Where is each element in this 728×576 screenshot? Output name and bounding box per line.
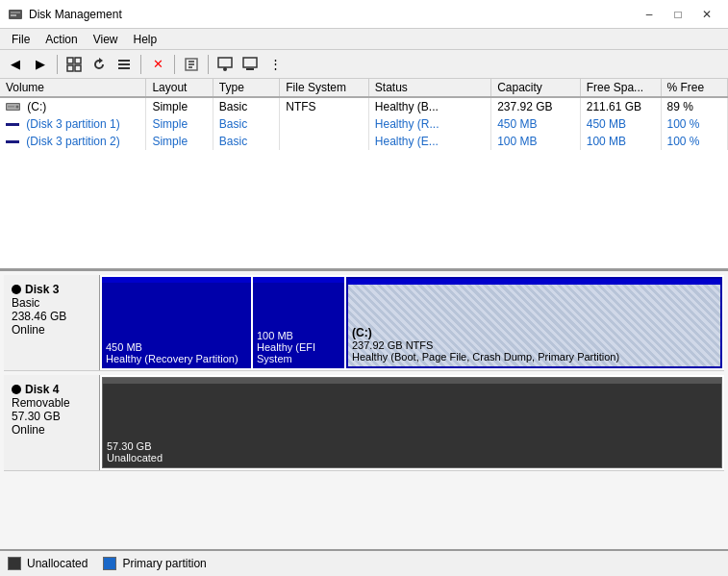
cell-type: Basic	[213, 115, 279, 133]
cell-volume: (Disk 3 partition 1)	[0, 115, 146, 133]
svg-rect-3	[67, 58, 73, 63]
menu-help[interactable]: Help	[126, 31, 165, 48]
col-header-freespace: Free Spa...	[580, 79, 661, 97]
cell-volume: (Disk 3 partition 2)	[0, 133, 146, 150]
toolbar-separator-1	[57, 55, 58, 74]
cell-volume: (C:)	[0, 97, 146, 115]
col-header-fs: File System	[280, 79, 369, 97]
cell-fs	[280, 115, 369, 133]
partition-size: 237.92 GB NTFS	[352, 339, 716, 351]
col-header-capacity: Capacity	[491, 79, 581, 97]
drive-icon	[6, 102, 21, 113]
back-button[interactable]: ◀	[4, 53, 27, 76]
disk-3-info: Disk 3 Basic 238.46 GB Online	[4, 275, 100, 370]
cell-freepct: 100 %	[661, 133, 727, 150]
delete-button[interactable]: ✕	[146, 53, 169, 76]
cell-freespace: 450 MB	[580, 115, 661, 133]
cell-capacity: 100 MB	[491, 133, 581, 150]
disk-3-size: 238.46 GB	[12, 310, 91, 323]
menu-file[interactable]: File	[4, 31, 38, 48]
window-controls: – □ ✕	[636, 5, 720, 24]
table-row[interactable]: (C:) Simple Basic NTFS Healthy (B... 237…	[0, 97, 728, 115]
svg-rect-6	[75, 65, 81, 71]
svg-rect-14	[218, 58, 232, 67]
title-bar: Disk Management – □ ✕	[0, 0, 728, 29]
cell-capacity: 450 MB	[491, 115, 581, 133]
disk-3-status: Online	[12, 323, 91, 337]
partition-top-bar	[103, 378, 721, 384]
cell-freespace: 100 MB	[580, 133, 661, 150]
cell-freepct: 89 %	[661, 97, 727, 115]
add-button[interactable]	[213, 53, 237, 76]
window-title: Disk Management	[29, 8, 122, 21]
drive-letter: (C:)	[352, 326, 716, 339]
svg-rect-8	[118, 63, 130, 65]
disk-icon	[12, 285, 21, 294]
disk-view-area[interactable]: Disk 3 Basic 238.46 GB Online 450 MB Hea…	[0, 271, 728, 549]
col-header-type: Type	[213, 79, 279, 97]
list-button[interactable]	[113, 53, 136, 76]
disk-3-name: Disk 3	[12, 283, 91, 296]
cell-capacity: 237.92 GB	[491, 97, 581, 115]
legend: Unallocated Primary partition	[0, 549, 728, 576]
table-row[interactable]: (Disk 3 partition 1) Simple Basic Health…	[0, 115, 728, 133]
partition-recovery[interactable]: 450 MB Healthy (Recovery Partition)	[102, 277, 251, 368]
svg-rect-21	[8, 106, 14, 108]
disk-4-partitions: 57.30 GB Unallocated	[100, 375, 724, 470]
maximize-button[interactable]: □	[665, 5, 691, 24]
toolbar-separator-2	[140, 55, 141, 74]
properties-icon	[184, 57, 199, 72]
table-area: Volume Layout Type File System Status Ca…	[0, 79, 728, 271]
partition-efi[interactable]: 100 MB Healthy (EFI System	[253, 277, 344, 368]
cell-layout: Simple	[146, 133, 213, 150]
legend-label-primary: Primary partition	[122, 557, 206, 570]
svg-point-15	[223, 67, 227, 71]
disk-3-partitions: 450 MB Healthy (Recovery Partition) 100 …	[100, 275, 724, 370]
partition-desc: Healthy (Boot, Page File, Crash Dump, Pr…	[352, 351, 716, 363]
partition-label: Unallocated	[107, 452, 717, 463]
cell-layout: Simple	[146, 97, 213, 115]
partition-desc: Healthy (Recovery Partition)	[106, 353, 247, 364]
legend-item-primary: Primary partition	[103, 557, 206, 570]
partition-size: 450 MB	[106, 341, 247, 353]
svg-rect-4	[75, 58, 81, 63]
remove-icon	[242, 57, 258, 72]
partition-main[interactable]: (C:) 237.92 GB NTFS Healthy (Boot, Page …	[346, 277, 722, 368]
disk-icon	[12, 385, 21, 394]
disk-4-status: Online	[12, 423, 91, 437]
remove-button[interactable]	[238, 53, 262, 76]
svg-rect-7	[118, 60, 130, 62]
minimize-button[interactable]: –	[636, 5, 663, 24]
toolbar-separator-4	[208, 55, 209, 74]
cell-fs	[280, 133, 369, 150]
forward-button[interactable]: ▶	[29, 53, 52, 76]
disk-3-type: Basic	[12, 296, 91, 310]
col-header-layout: Layout	[146, 79, 213, 97]
properties-button[interactable]	[180, 53, 203, 76]
bar-icon	[6, 123, 19, 126]
table-row[interactable]: (Disk 3 partition 2) Simple Basic Health…	[0, 133, 728, 150]
disk-4-size: 57.30 GB	[12, 410, 91, 423]
grid-button[interactable]	[63, 53, 86, 76]
cell-status: Healthy (B...	[368, 97, 490, 115]
grid-icon	[66, 57, 82, 72]
app-icon	[8, 7, 23, 22]
extra-button[interactable]: ⋮	[264, 53, 287, 76]
partition-top-bar	[348, 279, 720, 285]
toolbar: ◀ ▶ ✕	[0, 50, 728, 79]
partition-top-bar	[253, 277, 344, 283]
svg-rect-2	[11, 14, 16, 16]
menu-view[interactable]: View	[86, 31, 126, 48]
refresh-button[interactable]	[88, 53, 111, 76]
col-header-freepct: % Free	[661, 79, 727, 97]
partition-unallocated[interactable]: 57.30 GB Unallocated	[102, 377, 722, 468]
menu-action[interactable]: Action	[38, 31, 85, 48]
cell-layout: Simple	[146, 115, 213, 133]
disk-area-wrapper: Disk 3 Basic 238.46 GB Online 450 MB Hea…	[0, 271, 728, 576]
cell-fs: NTFS	[280, 97, 369, 115]
volumes-table: Volume Layout Type File System Status Ca…	[0, 79, 728, 150]
legend-icon-primary	[103, 557, 116, 570]
legend-label-unalloc: Unallocated	[27, 557, 88, 570]
disk-4-name: Disk 4	[12, 383, 91, 396]
close-button[interactable]: ✕	[693, 5, 720, 24]
